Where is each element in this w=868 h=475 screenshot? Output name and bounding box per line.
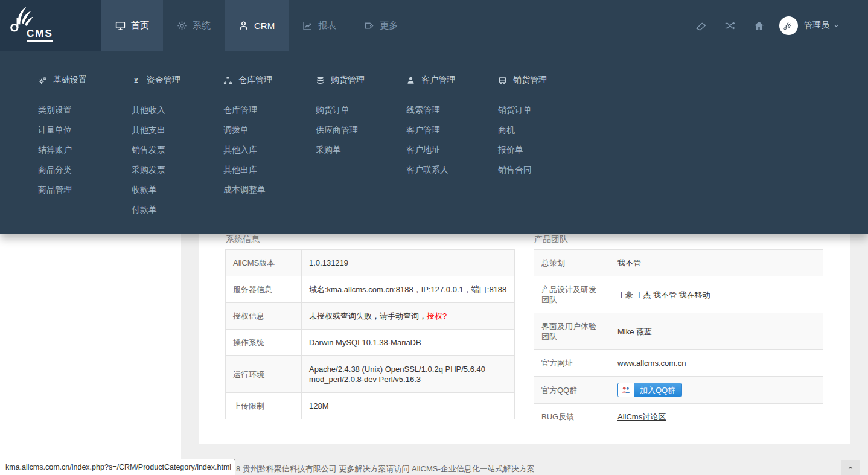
menu-group-仓库管理: 仓库管理仓库管理调拨单其他入库其他出库成本调整单: [223, 74, 316, 234]
row-value: AllCms讨论区: [610, 404, 823, 430]
chevron-down-icon[interactable]: [832, 22, 840, 30]
sitemap-icon: [223, 76, 232, 85]
nav-tab-label: 首页: [131, 20, 149, 31]
menu-item-其他入库[interactable]: 其他入库: [223, 140, 316, 160]
app-logo[interactable]: CMS: [0, 0, 101, 51]
nav-tab-首页[interactable]: 首页: [101, 0, 163, 51]
menu-item-类别设置[interactable]: 类别设置: [38, 100, 132, 120]
row-value: 加入QQ群: [610, 377, 823, 404]
user-menu[interactable]: 管理员: [804, 20, 829, 31]
avatar[interactable]: [779, 16, 798, 35]
menu-group-销货管理: 销货管理销货订单商机报价单销售合同: [498, 74, 590, 234]
menu-item-客户联系人[interactable]: 客户联系人: [406, 160, 498, 180]
table-row: 授权信息未授权或查询失败，请手动查询，授权?: [226, 303, 515, 330]
row-label: 官方网址: [534, 350, 610, 377]
authorize-link[interactable]: 授权?: [427, 311, 447, 320]
row-label: 授权信息: [226, 303, 302, 330]
menu-item-其他支出[interactable]: 其他支出: [132, 120, 223, 140]
menu-group-title-label: 客户管理: [421, 75, 455, 86]
menu-item-付款单[interactable]: 付款单: [132, 200, 223, 220]
menu-item-购货订单[interactable]: 购货订单: [316, 100, 406, 120]
menu-item-调拨单[interactable]: 调拨单: [223, 120, 316, 140]
divider: [223, 95, 290, 95]
navbar-right: 管理员: [678, 0, 840, 51]
menu-group-items: 线索管理客户管理客户地址客户联系人: [406, 100, 498, 180]
menu-group-title-label: 购货管理: [331, 75, 365, 86]
system-info-section: 系统信息 AllCMS版本1.0.131219服务器信息域名:kma.allcm…: [225, 234, 515, 430]
table-row: 产品设计及研发团队王豪 王杰 我不管 我在移动: [534, 276, 823, 313]
menu-item-报价单[interactable]: 报价单: [498, 140, 590, 160]
join-qq-button[interactable]: 加入QQ群: [617, 383, 682, 397]
menu-item-商品管理[interactable]: 商品管理: [38, 180, 132, 200]
menu-item-结算账户[interactable]: 结算账户: [38, 140, 132, 160]
divider: [38, 95, 104, 95]
menu-group-items: 其他收入其他支出销售发票采购发票收款单付款单: [132, 100, 223, 220]
table-row: 界面及用户体验团队Mike 薇蓝: [534, 313, 823, 350]
menu-group-items: 销货订单商机报价单销售合同: [498, 100, 590, 180]
menu-item-采购单[interactable]: 采购单: [316, 140, 406, 160]
section-title-system-info: 系统信息: [226, 234, 515, 245]
monitor-icon: [115, 21, 126, 31]
row-value: 王豪 王杰 我不管 我在移动: [610, 276, 823, 313]
forum-link[interactable]: AllCms讨论区: [617, 412, 666, 421]
value-text: 128M: [309, 401, 329, 410]
system-info-table: AllCMS版本1.0.131219服务器信息域名:kma.allcms.com…: [225, 249, 515, 419]
logo-text: CMS: [27, 28, 53, 42]
value-text: Mike 薇蓝: [617, 327, 652, 336]
menu-group-title-label: 销货管理: [513, 75, 547, 86]
menu-item-采购发票[interactable]: 采购发票: [132, 160, 223, 180]
menu-item-商机[interactable]: 商机: [498, 120, 590, 140]
nav-tab-报表[interactable]: 报表: [289, 0, 350, 51]
menu-item-销售发票[interactable]: 销售发票: [132, 140, 223, 160]
menu-item-客户地址[interactable]: 客户地址: [406, 140, 498, 160]
table-row: BUG反馈AllCms讨论区: [534, 404, 823, 430]
row-label: 服务器信息: [226, 276, 302, 303]
menu-group-基础设置: 基础设置类别设置计量单位结算账户商品分类商品管理: [38, 74, 132, 234]
divider: [316, 95, 382, 95]
menu-item-客户管理[interactable]: 客户管理: [406, 120, 498, 140]
row-label: AllCMS版本: [226, 250, 302, 276]
menu-group-title-label: 资金管理: [147, 75, 180, 86]
menu-item-其他出库[interactable]: 其他出库: [223, 160, 316, 180]
row-value: Mike 薇蓝: [610, 313, 823, 350]
menu-item-计量单位[interactable]: 计量单位: [38, 120, 132, 140]
row-label: 运行环境: [226, 356, 302, 393]
home-icon[interactable]: [753, 20, 765, 31]
menu-item-仓库管理[interactable]: 仓库管理: [223, 100, 316, 120]
user-icon: [238, 21, 249, 31]
row-value: 域名:kma.allcms.com.cn:8188，IP:127.0.0.1，端…: [302, 276, 515, 303]
table-row: 上传限制128M: [226, 393, 515, 419]
row-label: 官方QQ群: [534, 377, 610, 404]
nav-tab-label: CRM: [254, 21, 275, 31]
menu-item-商品分类[interactable]: 商品分类: [38, 160, 132, 180]
menu-group-title: 仓库管理: [223, 74, 316, 86]
menu-item-供应商管理[interactable]: 供应商管理: [316, 120, 406, 140]
nav-tab-label: 报表: [318, 20, 336, 31]
divider: [132, 95, 198, 95]
menu-item-销售合同[interactable]: 销售合同: [498, 160, 590, 180]
menu-item-收款单[interactable]: 收款单: [132, 180, 223, 200]
table-row: 运行环境Apache/2.4.38 (Unix) OpenSSL/1.0.2q …: [226, 356, 515, 393]
menu-group-title: 购货管理: [316, 74, 406, 86]
menu-item-销货订单[interactable]: 销货订单: [498, 100, 590, 120]
menu-item-其他收入[interactable]: 其他收入: [132, 100, 223, 120]
scroll-to-top-button[interactable]: [841, 460, 860, 475]
menu-item-成本调整单[interactable]: 成本调整单: [223, 180, 316, 200]
nav-tab-更多[interactable]: 更多: [350, 0, 412, 51]
row-label: BUG反馈: [534, 404, 610, 430]
value-text: Darwin MySQL10.1.38-MariaDB: [309, 338, 421, 347]
menu-item-线索管理[interactable]: 线索管理: [406, 100, 498, 120]
nav-tab-label: 系统: [193, 20, 211, 31]
shuffle-icon[interactable]: [724, 20, 736, 31]
menu-group-购货管理: 购货管理购货订单供应商管理采购单: [316, 74, 406, 234]
row-label: 上传限制: [226, 393, 302, 419]
menu-group-资金管理: ¥资金管理其他收入其他支出销售发票采购发票收款单付款单: [132, 74, 223, 234]
row-value: 1.0.131219: [302, 250, 515, 276]
product-team-table: 总策划我不管产品设计及研发团队王豪 王杰 我不管 我在移动界面及用户体验团队Mi…: [534, 249, 823, 430]
top-navbar: CMS 首页系统CRM报表更多 管理员: [0, 0, 868, 51]
nav-tab-CRM[interactable]: CRM: [225, 0, 289, 51]
nav-tab-系统[interactable]: 系统: [163, 0, 225, 51]
more-icon: [364, 21, 374, 31]
value-text: 我不管: [617, 258, 641, 267]
eraser-icon[interactable]: [695, 20, 707, 31]
